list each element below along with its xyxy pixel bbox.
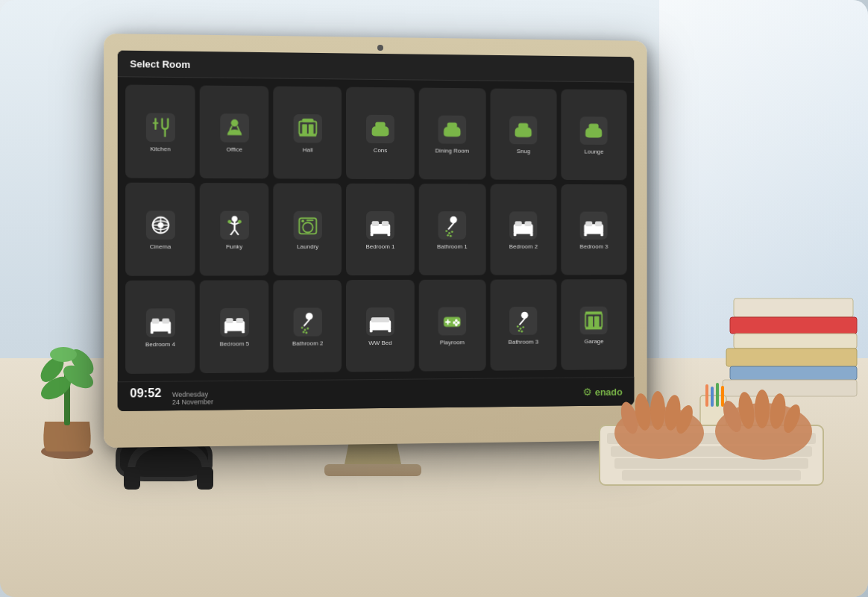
funky-label: Funky (226, 243, 242, 250)
room-tile-funky[interactable]: Funky (200, 183, 269, 275)
svg-point-92 (305, 331, 307, 334)
svg-rect-76 (162, 319, 169, 324)
room-tile-snug[interactable]: Snug (490, 89, 556, 180)
svg-rect-50 (382, 221, 389, 226)
room-tile-bedroom5[interactable]: Bedroom 5 (200, 280, 269, 373)
bedroom2-label: Bedroom 2 (509, 243, 538, 250)
svg-point-103 (453, 321, 456, 324)
kitchen-label: Kitchen (150, 146, 170, 152)
svg-point-58 (451, 231, 453, 233)
cons-icon (365, 114, 395, 144)
room-tile-cons[interactable]: Cons (346, 87, 414, 180)
snug-icon (509, 115, 538, 145)
bathroom1-icon (438, 210, 468, 240)
bedroom4-label: Bedroom 4 (145, 341, 175, 348)
svg-rect-95 (371, 317, 390, 322)
hall-label: Hall (303, 146, 313, 153)
svg-rect-70 (595, 222, 602, 227)
office-label: Office (227, 146, 242, 153)
room-tile-bedroom1[interactable]: Bedroom 1 (346, 184, 414, 275)
svg-rect-116 (594, 316, 599, 328)
svg-point-139 (650, 391, 665, 430)
bedroom3-label: Bedroom 3 (580, 243, 608, 250)
room-tile-cinema[interactable]: Cinema (125, 183, 195, 276)
room-tile-bedroom4[interactable]: Bedroom 4 (125, 281, 195, 374)
monitor-bezel: Select Room K (118, 51, 635, 411)
dining-label: Dining Room (435, 147, 470, 154)
bedroom1-icon (365, 210, 395, 240)
bedroom5-icon (219, 307, 250, 338)
bathroom2-icon (292, 307, 322, 337)
room-tile-lounge[interactable]: Lounge (561, 89, 626, 180)
svg-rect-31 (589, 124, 599, 130)
rooms-grid: Kitchen Office (118, 77, 635, 381)
svg-point-109 (520, 328, 522, 330)
bedroom3-icon (579, 211, 608, 240)
svg-point-91 (302, 331, 304, 333)
scene: Select Room K (0, 0, 868, 597)
svg-rect-113 (580, 307, 608, 335)
svg-point-111 (518, 330, 521, 332)
garage-label: Garage (585, 338, 604, 345)
svg-point-86 (306, 313, 313, 320)
svg-rect-75 (151, 319, 159, 324)
svg-point-108 (517, 325, 519, 328)
svg-point-89 (304, 329, 306, 331)
laundry-label: Laundry (297, 243, 318, 250)
svg-rect-22 (299, 134, 316, 137)
room-tile-bedroom3[interactable]: Bedroom 3 (561, 184, 626, 275)
room-tile-playroom[interactable]: Playroom (418, 280, 485, 372)
svg-rect-66 (530, 233, 533, 237)
room-tile-office[interactable]: Office (200, 86, 269, 179)
bedroom4-icon (145, 307, 175, 338)
bathroom2-label: Bathroom 2 (292, 340, 324, 347)
cinema-icon (145, 210, 175, 240)
room-tile-bathroom2[interactable]: Bathroom 2 (274, 280, 342, 372)
svg-rect-52 (387, 233, 390, 237)
garage-icon (579, 306, 608, 336)
svg-rect-71 (585, 233, 588, 237)
bathroom1-label: Bathroom 1 (437, 243, 468, 250)
room-tile-hall[interactable]: Hall (274, 87, 342, 179)
monitor-base (324, 464, 421, 476)
svg-rect-51 (371, 232, 374, 236)
plant (22, 313, 112, 463)
svg-rect-117 (585, 328, 602, 330)
svg-point-60 (450, 235, 452, 237)
playroom-label: Playroom (440, 339, 465, 346)
room-tile-bedroom2[interactable]: Bedroom 2 (490, 184, 556, 275)
hands-at-keyboard (562, 351, 846, 500)
svg-rect-65 (514, 233, 517, 237)
svg-rect-29 (518, 123, 528, 129)
room-tile-kitchen[interactable]: Kitchen (125, 84, 195, 178)
svg-rect-63 (515, 222, 522, 227)
svg-point-45 (301, 219, 304, 222)
svg-point-57 (448, 232, 450, 234)
svg-rect-18 (293, 114, 321, 143)
svg-point-102 (457, 321, 460, 324)
room-tile-bathroom1[interactable]: Bathroom 1 (418, 184, 485, 275)
svg-rect-118 (585, 311, 602, 314)
screen: Select Room K (118, 51, 635, 411)
room-tile-wwbed[interactable]: WW Bed (346, 280, 414, 372)
svg-point-104 (455, 323, 458, 326)
svg-rect-20 (302, 124, 307, 134)
svg-rect-119 (734, 298, 853, 317)
screen-footer: 09:52 Wednesday 24 November ⚙ enado (118, 377, 635, 411)
svg-rect-83 (224, 330, 227, 334)
room-tile-dining[interactable]: Dining Room (418, 88, 485, 180)
svg-rect-134 (622, 470, 801, 481)
svg-rect-7 (124, 467, 140, 490)
svg-rect-9 (145, 113, 174, 142)
bedroom5-label: Bedroom 5 (219, 340, 249, 347)
svg-rect-77 (150, 330, 153, 334)
bedroom1-label: Bedroom 1 (365, 243, 394, 250)
room-tile-laundry[interactable]: Laundry (274, 183, 342, 275)
hall-icon (292, 113, 322, 143)
time-block: 09:52 Wednesday 24 November (130, 386, 213, 407)
snug-label: Snug (517, 148, 530, 154)
office-icon (219, 113, 250, 143)
room-tile-bathroom3[interactable]: Bathroom 3 (490, 279, 556, 370)
svg-point-56 (446, 230, 448, 232)
svg-rect-13 (220, 113, 249, 143)
